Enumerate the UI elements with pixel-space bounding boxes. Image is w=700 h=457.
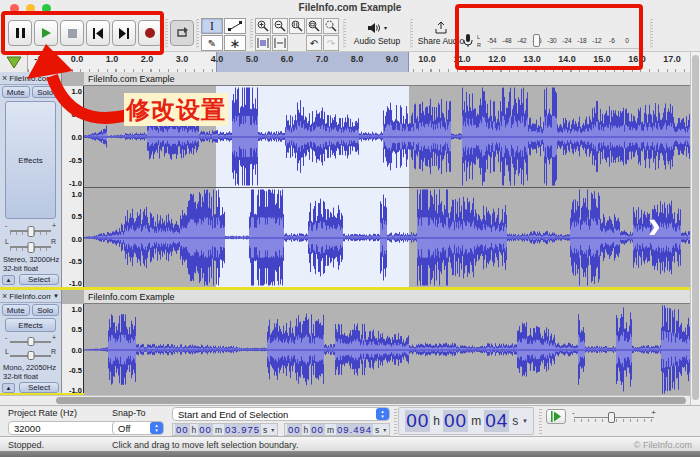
selection-tool-button[interactable]: I [201, 18, 223, 34]
skip-to-end-button[interactable] [112, 20, 136, 46]
timeline-options-button[interactable] [0, 52, 28, 72]
meter-scale-label: -48 [499, 37, 515, 44]
zoom-out-icon[interactable] [272, 18, 288, 34]
toolbar-grip[interactable] [196, 19, 199, 48]
timeline-ruler[interactable]: -1.00.01.02.03.04.05.06.07.08.09.010.011… [28, 52, 690, 72]
zoom-toggle-icon[interactable] [323, 18, 339, 34]
silence-audio-icon[interactable] [272, 35, 288, 51]
timeline-tick-label: 6.0 [281, 54, 294, 64]
play-at-speed-button[interactable] [546, 409, 566, 424]
undo-icon[interactable]: ↶ [306, 35, 322, 51]
skip-to-start-button[interactable] [86, 20, 110, 46]
timeline-tick-label: 10.0 [418, 54, 436, 64]
waveform-mono-channel[interactable] [84, 304, 690, 395]
timefield-caret-icon[interactable]: ▾ [271, 426, 274, 433]
select-button[interactable]: Select [19, 382, 59, 393]
clip-title[interactable]: FileInfo.com Example [84, 290, 690, 304]
timeline-tick-label: 7.0 [316, 54, 329, 64]
effects-button[interactable]: Effects [5, 101, 56, 219]
select-button[interactable]: Select [19, 274, 59, 285]
gain-slider[interactable]: -+ [4, 222, 57, 236]
zoom-selection-icon[interactable] [289, 18, 305, 34]
pan-slider-thumb[interactable] [27, 242, 34, 253]
track-name[interactable]: FileInfo.com [9, 292, 51, 301]
track-menu-caret-icon[interactable]: ▼ [53, 75, 59, 81]
vertical-scale-label: 0.0 [72, 133, 82, 142]
timeline-tick-label: 16.0 [628, 54, 646, 64]
redo-icon[interactable]: ↷ [323, 35, 339, 51]
pause-button[interactable] [8, 20, 32, 46]
selection-end-time[interactable]: 00h 00m 09.494s ▾ [284, 423, 390, 436]
audio-setup-button[interactable]: ▾ Audio Setup [348, 18, 406, 49]
window-bottom-edge [0, 451, 700, 457]
toolbar-grip[interactable] [165, 19, 168, 48]
timeline-tick-label: 0.0 [71, 54, 84, 64]
draw-tool-button[interactable]: ✎ [201, 35, 223, 51]
solo-button[interactable]: Solo [32, 304, 60, 316]
snap-to-label: Snap-To [112, 408, 146, 418]
track-info: Mono, 22050Hz32-bit float [3, 363, 61, 381]
zoom-fit-project-icon[interactable] [306, 18, 322, 34]
track-close-button[interactable]: × [2, 292, 7, 301]
meter-scale-label: -24 [559, 37, 575, 44]
edit-toolbar: ↶ ↷ [255, 18, 339, 51]
vertical-scale-label: -0.5 [69, 366, 82, 375]
speed-slider-thumb[interactable] [608, 412, 615, 423]
timeline-tick-label: 3.0 [176, 54, 189, 64]
effects-button[interactable]: Effects [5, 318, 56, 332]
vertical-scrollbar-thumb[interactable] [692, 55, 699, 400]
record-button[interactable] [138, 20, 162, 46]
timeline-tick-label: 1.0 [106, 54, 119, 64]
selection-mode-select[interactable]: Start and End of Selection ▴▾ [172, 407, 390, 421]
timeline-ruler-row: -1.00.01.02.03.04.05.06.07.08.09.010.011… [0, 52, 700, 72]
meter-volume-slider-thumb[interactable] [533, 34, 540, 47]
tools-toolbar: I ✎ ∗ [201, 18, 246, 51]
recording-meter[interactable]: LR -54-48-42-36-30-24-18-12-60 [460, 33, 646, 49]
timeline-tick-label: -1.0 [34, 54, 50, 64]
gain-slider-thumb[interactable] [27, 226, 34, 237]
track-close-button[interactable]: × [2, 74, 7, 83]
collapse-track-button[interactable]: ▲ [2, 383, 15, 393]
multi-tool-button[interactable]: ∗ [224, 35, 246, 51]
pan-slider-thumb[interactable] [27, 351, 34, 360]
play-button[interactable] [34, 20, 58, 46]
horizontal-scrollbar-thumb[interactable] [56, 397, 686, 404]
horizontal-scrollbar[interactable] [0, 395, 690, 405]
vertical-scrollbar[interactable] [690, 52, 700, 405]
stop-button[interactable] [60, 20, 84, 46]
gain-slider-thumb[interactable] [27, 337, 34, 346]
timeline-tick-label: 12.0 [488, 54, 506, 64]
pan-slider[interactable]: LR [4, 348, 57, 360]
zoom-in-icon[interactable] [255, 18, 271, 34]
playback-speed-slider[interactable]: - + [572, 409, 656, 424]
fileinfo-credit: © FileInfo.com [634, 440, 692, 450]
toolbar-grip[interactable] [343, 19, 346, 48]
snap-to-select[interactable]: Off ▴▾ [112, 421, 164, 435]
vertical-scale-ruler[interactable]: 1.00.50.0-0.5-1.0 1.00.50.0-0.5-1.0 [62, 86, 84, 287]
waveform-right-channel[interactable] [84, 188, 690, 287]
toolbar-grip[interactable] [650, 19, 653, 48]
clip-trim-chevron-icon[interactable]: › [648, 206, 661, 244]
selection-start-time[interactable]: 00h 00m 03.975s ▾ [172, 423, 278, 436]
timefield-caret-icon[interactable]: ▾ [383, 426, 386, 433]
loop-button[interactable] [170, 20, 194, 46]
gain-slider[interactable]: -+ [4, 334, 57, 346]
vertical-scale-label: -1.0 [69, 386, 82, 395]
trim-audio-icon[interactable] [255, 35, 271, 51]
mute-button[interactable]: Mute [2, 86, 30, 98]
waveform-left-channel[interactable] [84, 86, 690, 187]
collapse-track-button[interactable]: ▲ [2, 275, 15, 285]
clip-title[interactable]: FileInfo.com Example [84, 72, 690, 86]
toolbar-grip[interactable] [410, 19, 413, 48]
timefield-caret-icon[interactable]: ▾ [523, 417, 527, 425]
pan-slider[interactable]: LR [4, 238, 57, 252]
mute-button[interactable]: Mute [2, 304, 30, 316]
track-menu-caret-icon[interactable]: ▼ [53, 293, 59, 299]
audio-position-time[interactable]: 00h 00m 04s ▾ [398, 407, 534, 435]
track-name[interactable]: FileInfo.com [9, 74, 51, 83]
toolbar-grip[interactable] [250, 19, 253, 48]
vertical-scale-ruler[interactable]: 1.00.50.0-0.5-1.0 [62, 304, 84, 393]
solo-button[interactable]: Solo [32, 86, 60, 98]
toolbar-grip [539, 409, 542, 435]
envelope-tool-button[interactable] [224, 18, 246, 34]
